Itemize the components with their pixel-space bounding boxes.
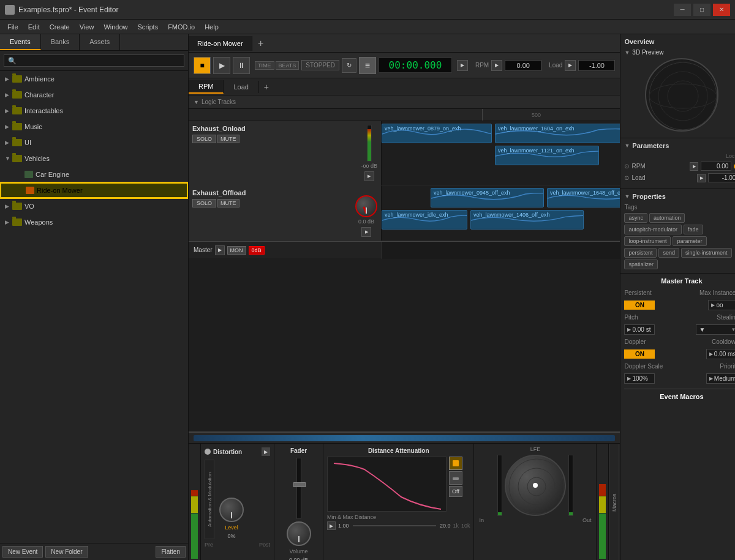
tag-single-instrument[interactable]: single-instrument	[681, 248, 732, 258]
tree-item-car-engine[interactable]: Car Engine	[0, 166, 188, 182]
mute-button-exhaust-offload[interactable]: MUTE	[217, 199, 239, 207]
time-mode-beats[interactable]: BEATS	[276, 61, 300, 70]
stealing-dropdown[interactable]: ▼ ▼	[696, 324, 735, 335]
tab-events[interactable]: Events	[0, 34, 41, 50]
tag-automation[interactable]: automation	[649, 213, 685, 223]
mute-button-exhaust-onload[interactable]: MUTE	[217, 135, 239, 143]
audio-clip-0879[interactable]: veh_lawnmower_0879_on_exh	[382, 124, 492, 143]
load-param-input[interactable]	[708, 173, 735, 182]
dist-slider-bar[interactable]	[353, 525, 436, 526]
dist-btn-1[interactable]	[449, 457, 462, 470]
tree-item-character[interactable]: ▶ Character	[0, 87, 188, 103]
load-param-play[interactable]: ▶	[697, 174, 706, 182]
tree-item-ambience[interactable]: ▶ Ambience	[0, 71, 188, 87]
add-event-tab-button[interactable]: +	[252, 35, 270, 52]
cooldown-value[interactable]: ▶ 0.00 ms	[706, 349, 735, 359]
solo-button-exhaust-onload[interactable]: SOLO	[192, 135, 216, 143]
priority-value[interactable]: ▶ Medium	[706, 373, 735, 384]
tree-item-music[interactable]: ▶ Music	[0, 119, 188, 135]
stop-button[interactable]: ■	[194, 57, 211, 74]
param-tab-load[interactable]: Load	[224, 81, 258, 93]
audio-clip-1121[interactable]: veh_lawnmower_1121_on_exh	[495, 146, 599, 165]
flatten-button[interactable]: Flatten	[156, 546, 186, 558]
track-play-exhaust-offload[interactable]: ▶	[361, 227, 371, 237]
time-mode-time[interactable]: TIME	[255, 61, 274, 70]
logic-tracks-arrow[interactable]: ▼	[194, 99, 199, 105]
doppler-on-button[interactable]: ON	[624, 349, 655, 359]
dist-off-button[interactable]: Off	[449, 486, 462, 497]
transport-play-fwd[interactable]: ▶	[457, 60, 468, 71]
pause-button[interactable]: ⏸	[233, 57, 250, 74]
menu-view[interactable]: View	[75, 22, 99, 32]
solo-button-exhaust-offload[interactable]: SOLO	[192, 199, 216, 207]
new-folder-button[interactable]: New Folder	[45, 546, 88, 558]
add-param-tab-button[interactable]: +	[259, 80, 274, 94]
rpm-param-input[interactable]	[701, 162, 731, 171]
local-label: Local	[624, 153, 735, 159]
panner-knob[interactable]	[505, 455, 566, 516]
audio-clip-1648[interactable]: veh_lawnmower_1648_off_exh	[547, 188, 620, 207]
rpm-input[interactable]: 0.00	[505, 60, 541, 71]
fader-handle[interactable]	[293, 482, 306, 487]
param-tab-rpm[interactable]: RPM	[189, 80, 224, 94]
audio-clip-1604[interactable]: veh_lawnmower_1604_on_exh	[495, 124, 620, 143]
tag-parameter[interactable]: parameter	[673, 236, 706, 246]
play-button[interactable]: ▶	[213, 57, 230, 74]
close-button[interactable]: ✕	[713, 4, 730, 16]
menu-fmodio[interactable]: FMOD.io	[163, 22, 200, 32]
tag-async[interactable]: async	[624, 213, 647, 223]
max-instances-play[interactable]: ▶	[711, 302, 715, 308]
track-play-exhaust-onload[interactable]: ▶	[364, 171, 374, 181]
fader-track[interactable]	[296, 458, 301, 519]
persistent-on-button[interactable]: ON	[624, 301, 655, 310]
maximize-button[interactable]: □	[693, 4, 710, 16]
tree-item-interactables[interactable]: ▶ Interactables	[0, 103, 188, 119]
tab-assets[interactable]: Assets	[80, 34, 120, 50]
tag-persistent[interactable]: persistent	[624, 248, 657, 258]
rpm-play-button[interactable]: ▶	[491, 60, 502, 71]
search-input[interactable]	[4, 54, 184, 67]
audio-clip-1406[interactable]: veh_lawnmower_1406_off_exh	[470, 210, 584, 230]
tag-autopitch-modulator[interactable]: autopitch-modulator	[624, 225, 682, 234]
tab-banks[interactable]: Banks	[41, 34, 80, 50]
volume-knob-exhaust-offload[interactable]	[355, 195, 377, 217]
fader-volume-knob[interactable]	[287, 521, 311, 546]
dist-btn-2[interactable]	[449, 471, 462, 485]
min-dist-play[interactable]: ▶	[327, 521, 336, 530]
load-play-button[interactable]: ▶	[565, 60, 576, 71]
menu-file[interactable]: File	[2, 22, 23, 32]
pitch-value[interactable]: ▶ 0.00 st	[624, 324, 655, 335]
distortion-play[interactable]: ▶	[262, 447, 270, 456]
distortion-level-knob[interactable]	[219, 498, 244, 522]
tree-item-vo[interactable]: ▶ VO	[0, 198, 188, 214]
audio-clip-idle[interactable]: veh_lawnmower_idle_exh	[382, 210, 467, 230]
doppler-scale-value[interactable]: ▶ 100%	[624, 373, 655, 384]
load-input[interactable]: -1.00	[578, 60, 615, 71]
menu-help[interactable]: Help	[200, 22, 224, 32]
rpm-param-play[interactable]: ▶	[690, 162, 698, 171]
audio-clip-0945[interactable]: veh_lawnmower_0945_off_exh	[431, 188, 544, 207]
master-play-button[interactable]: ▶	[215, 245, 225, 255]
minimize-button[interactable]: ─	[674, 4, 691, 16]
mon-button[interactable]: MON	[227, 246, 246, 255]
properties-arrow[interactable]: ▼	[624, 193, 630, 200]
params-arrow[interactable]: ▼	[624, 143, 630, 149]
rpm-label: RPM	[475, 62, 489, 69]
menu-scripts[interactable]: Scripts	[133, 22, 164, 32]
tag-send[interactable]: send	[658, 248, 679, 258]
menu-edit[interactable]: Edit	[23, 22, 45, 32]
loop-button[interactable]: ↻	[342, 58, 356, 73]
menu-create[interactable]: Create	[45, 22, 75, 32]
tree-item-ui[interactable]: ▶ UI	[0, 135, 188, 151]
tag-spatializer[interactable]: spatializer	[624, 259, 658, 269]
tag-fade[interactable]: fade	[684, 225, 703, 234]
new-event-button[interactable]: New Event	[2, 546, 43, 558]
menu-window[interactable]: Window	[99, 22, 132, 32]
tag-loop-instrument[interactable]: loop-instrument	[624, 236, 671, 246]
tree-item-vehicles[interactable]: ▼ Vehicles	[0, 151, 188, 166]
timeline-button[interactable]: ≡	[359, 57, 376, 74]
preview-3d-arrow[interactable]: ▼	[624, 50, 630, 56]
tree-item-ride-on-mower[interactable]: Ride-on Mower	[0, 182, 188, 198]
tree-item-weapons[interactable]: ▶ Weapons	[0, 214, 188, 230]
event-tab-ride-on-mower[interactable]: Ride-on Mower	[189, 36, 252, 51]
